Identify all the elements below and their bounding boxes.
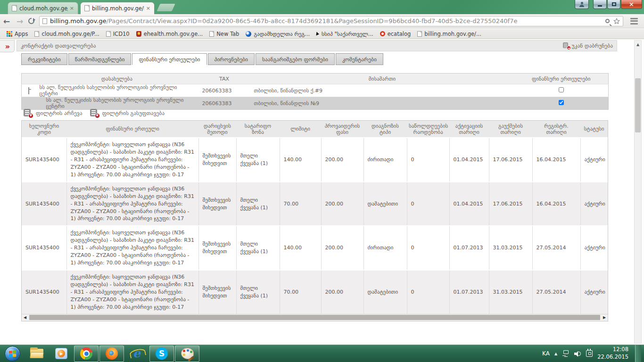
scrollbar-thumb[interactable] (635, 78, 641, 132)
browser-tab-billing[interactable]: billing.moh.gov.ge/Pages/ × (80, 2, 155, 14)
tab-financial-units[interactable]: ფინანსური ერთეულები (132, 53, 206, 65)
person-icon (579, 2, 584, 7)
filter-clear-button[interactable]: ✖ ფილტრის გასუფთავება (90, 109, 165, 117)
col-zone: სატარიფო ზონა (236, 121, 280, 138)
skype-icon: S (156, 347, 168, 360)
scroll-left-icon[interactable]: ◀ (22, 315, 28, 320)
tray-expand-icon[interactable]: ▲ (554, 352, 557, 356)
cell-cancel-date: 17.06.2015 (489, 182, 532, 226)
reload-button[interactable] (28, 18, 34, 24)
bookmark-item[interactable]: billing.moh.gov.ge/... (417, 31, 481, 37)
taskbar-skype-button[interactable]: S (149, 346, 174, 362)
cell-bed-days: 0 (407, 270, 449, 314)
zoom-icon[interactable] (605, 19, 610, 23)
bookmark-item[interactable]: ICD10 (106, 31, 130, 37)
taskbar-paint-button[interactable] (175, 346, 199, 362)
scroll-up-icon[interactable]: ▲ (635, 41, 641, 48)
financial-units-table: ხელოვნური კოდი ფინანსური ერთეული დარიცხვ… (22, 121, 608, 314)
taskbar-firefox-button[interactable] (99, 346, 124, 362)
apps-label: Apps (15, 31, 28, 37)
table-row[interactable]: SUR1435400 ქვეკომპონენტი: საყოველთაო ჯან… (22, 138, 608, 182)
tab-persons[interactable]: პიროვნებები (208, 53, 255, 65)
forward-button[interactable]: → (13, 16, 26, 26)
org-address: თბილისი, წინანდლის ქ.#9 (250, 84, 514, 97)
profile-button[interactable] (575, 0, 589, 9)
scroll-right-icon[interactable]: ▶ (601, 315, 608, 320)
fin-units-checkbox[interactable] (559, 100, 564, 105)
col-reg-date: რეგისტრ. თარიღი (532, 121, 580, 138)
vertical-scrollbar[interactable]: ▲ (634, 40, 642, 344)
back-return-icon: ◄ (563, 42, 570, 49)
cell-code: SUR1435400 (22, 270, 66, 314)
taskbar-media-player-button[interactable]: ▶ (49, 345, 74, 362)
col-header-fin-units: ფინანსური ერთეულები (514, 74, 609, 84)
back-button[interactable]: ← (0, 16, 13, 26)
tab-report-forms[interactable]: საანგარიშგებო ფორმები (256, 53, 335, 65)
browser-tab-cloud[interactable]: cloud.moh.gov.ge/Pages/ × (8, 2, 78, 14)
fin-units-checkbox[interactable] (559, 87, 564, 92)
start-button[interactable] (0, 345, 25, 362)
chrome-menu-button[interactable] (627, 18, 641, 25)
new-tab-button[interactable] (157, 4, 175, 11)
bookmark-item[interactable]: ehealth.moh.gov.ge... (136, 31, 203, 37)
scrollbar-thumb[interactable] (29, 315, 600, 320)
network-icon[interactable] (562, 350, 570, 357)
filter-clear-icon: ✖ (90, 109, 99, 117)
power-plug-icon[interactable] (586, 350, 593, 357)
browser-toolbar: ← → billing.moh.gov.ge /Pages/Contract/V… (0, 14, 644, 28)
col-diagnosis-type: დიაგნოზის ტიპი (363, 121, 407, 138)
tab-requisites[interactable]: რეკვიზიტები (21, 53, 67, 65)
clock[interactable]: 12:08 22.06.2015 (597, 346, 630, 361)
col-cancel-date: გაუქმების თარიღი (489, 121, 532, 138)
org-row[interactable]: სს ალ. წულუკიძის სახელობის უროლოგიის ერო… (22, 84, 609, 97)
address-bar[interactable]: billing.moh.gov.ge /Pages/Contract/View.… (39, 16, 623, 26)
bookmark-item[interactable]: cloud.moh.gov.ge/P... (34, 31, 99, 37)
collapse-icon[interactable] (28, 87, 29, 94)
cell-limit: 70.00 (280, 270, 321, 314)
org-sub-row[interactable]: სს ალ. წულუკიძის სახელობის უროლოგიის ერო… (22, 97, 609, 110)
back-return-link[interactable]: ◄ უკან დაბრუნება (563, 42, 613, 49)
bookmark-item[interactable]: New Tab (209, 31, 239, 37)
close-icon: ✕ (629, 1, 634, 8)
bookmark-label: billing.moh.gov.ge/... (424, 31, 481, 37)
cell-code: SUR1435400 (22, 226, 66, 270)
show-desktop-button[interactable] (635, 345, 641, 362)
cell-activation-date: 01.04.2015 (449, 138, 489, 182)
cell-code: SUR1435400 (22, 182, 66, 226)
cell-zone: მთელი ქვეყანა (1) (236, 182, 280, 226)
table-row[interactable]: SUR1435400 ქვეკომპონენტი: საყოველთაო ჯან… (22, 226, 608, 270)
tab-close-icon[interactable]: × (70, 5, 74, 11)
internet-explorer-icon: e (130, 347, 143, 360)
bookmark-star-icon[interactable] (613, 18, 620, 25)
sidebar-expander-button[interactable]: » (0, 40, 15, 52)
cell-zone: მთელი ქვეყანა (1) (236, 226, 280, 270)
tab-comments[interactable]: კომენტარები (336, 53, 383, 65)
horizontal-scrollbar[interactable]: ◀ ▶ (22, 314, 608, 321)
filter-select-button[interactable]: ▼ ფილტრის არჩევა (24, 109, 83, 117)
firefox-icon (106, 347, 118, 360)
cell-unit: ქვეკომპონენტი: საყოველთაო ჯანდაცვა (N36 … (66, 138, 198, 182)
cell-cancel-date: 31.03.2015 (489, 226, 532, 270)
bookmark-item[interactable]: სსიპ "საქართველ... (316, 31, 373, 37)
windows-start-icon (5, 346, 20, 362)
bookmark-item[interactable]: ecatalog (380, 31, 411, 37)
taskbar-chrome-button[interactable] (74, 346, 99, 362)
minimize-button[interactable] (593, 0, 607, 9)
col-activation-date: აქტივაციის თარიღი (449, 121, 489, 138)
taskbar-ie-button[interactable]: e (124, 345, 149, 362)
volume-icon[interactable] (574, 351, 581, 357)
bookmark-label: New Tab (216, 31, 239, 37)
table-row[interactable]: SUR1435400 ქვეკომპონენტი: საყოველთაო ჯან… (22, 182, 608, 226)
apps-button[interactable]: Apps (7, 31, 28, 37)
page-header-bar: კონტრაქტის დათვალიერება ◄ უკან დაბრუნება (17, 40, 617, 51)
language-indicator[interactable]: KA (542, 350, 550, 357)
tab-close-icon[interactable]: × (146, 5, 150, 11)
taskbar-explorer-button[interactable] (25, 345, 49, 362)
tab-representatives[interactable]: წარმომადგენლები (68, 53, 132, 65)
maximize-button[interactable] (607, 0, 620, 9)
bookmark-item[interactable]: გადამხდელთა რეგ... (246, 31, 310, 37)
maximize-icon (612, 2, 616, 6)
table-row[interactable]: SUR1435400 ქვეკომპონენტი: საყოველთაო ჯან… (22, 270, 608, 314)
close-button[interactable]: ✕ (621, 0, 642, 9)
globe-swirl-icon (246, 31, 251, 37)
